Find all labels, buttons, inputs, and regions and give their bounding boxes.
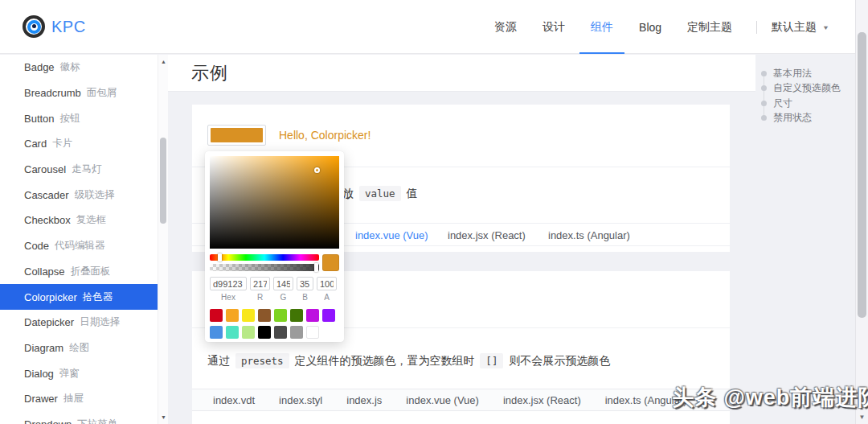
file-tab[interactable]: index.ts (Angular) <box>548 224 630 246</box>
file-tab[interactable]: index.vue (Vue) <box>355 224 428 246</box>
nav-item[interactable]: 组件 <box>591 0 613 54</box>
alpha-label: A <box>324 293 330 302</box>
toc-bullet-icon <box>761 101 767 106</box>
blue-label: B <box>302 293 308 302</box>
top-navbar: KPC 资源设计组件Blog定制主题 默认主题 ▼ <box>0 0 868 54</box>
component-sidebar: Badge徽标Breadcrumb面包屑Button按钮Card卡片Carous… <box>0 55 158 424</box>
sidebar-scrollbar-thumb[interactable] <box>160 138 166 224</box>
saturation-panel[interactable] <box>210 156 339 249</box>
hex-input[interactable] <box>210 277 247 290</box>
file-tab[interactable]: index.vue (Vue) <box>406 394 479 406</box>
inline-code: value <box>359 186 401 201</box>
color-preview <box>322 254 339 271</box>
toc-item[interactable]: 基本用法 <box>761 66 866 81</box>
scroll-down-icon[interactable]: ▼ <box>158 414 169 420</box>
file-tab[interactable]: index.js <box>346 394 382 406</box>
preset-color-swatch[interactable] <box>274 309 287 322</box>
hello-text: Hello, Colorpicker! <box>279 129 371 142</box>
watermark: 头条 @web前端进阶 <box>672 383 868 412</box>
blue-input[interactable] <box>297 277 313 290</box>
sidebar-item-datepicker[interactable]: Datepicker日期选择 <box>0 310 158 335</box>
sidebar-item-colorpicker[interactable]: Colorpicker拾色器 <box>0 284 158 310</box>
preset-color-swatch[interactable] <box>306 309 319 322</box>
page-scrollbar-thumb[interactable] <box>858 32 866 318</box>
toc-bullet-icon <box>761 115 767 121</box>
hue-slider-handle[interactable] <box>218 253 222 261</box>
toc-bullet-icon <box>761 71 767 76</box>
toc-item[interactable]: 自定义预选颜色 <box>761 81 866 97</box>
swatch-fill <box>211 128 263 142</box>
preset-color-swatch[interactable] <box>322 309 335 322</box>
toc-bullet-icon <box>761 85 767 91</box>
preset-row-2 <box>210 326 339 339</box>
scroll-down-icon[interactable]: ▼ <box>856 414 868 421</box>
preset-color-swatch[interactable] <box>290 309 303 322</box>
inline-code: [] <box>480 353 503 368</box>
sidebar-item-badge[interactable]: Badge徽标 <box>0 55 158 80</box>
section-header: 示例 <box>168 55 755 92</box>
alpha-slider-handle[interactable] <box>314 263 318 272</box>
example1-desc: 放 value 值 <box>342 187 417 201</box>
example2-tabs: index.vdtindex.stylindex.jsindex.vue (Vu… <box>192 389 730 411</box>
hex-label: Hex <box>221 293 235 302</box>
sidebar-scrollbar[interactable]: ▲ ▼ <box>158 55 168 424</box>
green-input[interactable] <box>273 277 293 290</box>
preset-color-swatch[interactable] <box>306 326 319 339</box>
file-tab[interactable]: index.jsx (React) <box>503 394 581 406</box>
toc-item[interactable]: 禁用状态 <box>761 111 866 126</box>
nav-item[interactable]: 设计 <box>542 0 565 54</box>
sidebar-item-carousel[interactable]: Carousel走马灯 <box>0 157 158 183</box>
inline-code: presets <box>235 353 289 368</box>
chevron-down-icon: ▼ <box>822 23 829 31</box>
alpha-input[interactable] <box>317 277 337 290</box>
kpc-logo-icon <box>23 15 45 38</box>
nav-item[interactable]: 定制主题 <box>687 0 732 54</box>
preset-color-swatch[interactable] <box>226 309 239 322</box>
sidebar-item-card[interactable]: Card卡片 <box>0 131 158 157</box>
page-scrollbar[interactable]: ▼ <box>855 0 868 424</box>
sidebar-item-cascader[interactable]: Cascader级联选择 <box>0 182 158 208</box>
sidebar-item-code[interactable]: Code代码编辑器 <box>0 233 158 259</box>
sidebar-item-dropdown[interactable]: Dropdown下拉菜单 <box>0 412 158 424</box>
sidebar-item-diagram[interactable]: Diagram绘图 <box>0 335 158 361</box>
nav-menu: 资源设计组件Blog定制主题 <box>481 0 745 54</box>
sidebar-menu: Badge徽标Breadcrumb面包屑Button按钮Card卡片Carous… <box>0 55 158 424</box>
sidebar-item-dialog[interactable]: Dialog弹窗 <box>0 360 158 386</box>
preset-color-swatch[interactable] <box>210 326 223 339</box>
colorpicker-trigger[interactable] <box>207 125 266 146</box>
logo-text: KPC <box>51 18 86 36</box>
preset-row-1 <box>210 309 339 322</box>
sidebar-item-button[interactable]: Button按钮 <box>0 105 158 131</box>
example2-desc: 通过 presets 定义组件的预选颜色，置为空数组时 [] 则不会展示预选颜色 <box>207 354 610 368</box>
nav-item[interactable]: 资源 <box>494 0 517 54</box>
red-input[interactable] <box>250 277 270 290</box>
nav-item[interactable]: Blog <box>639 0 661 54</box>
sidebar-item-breadcrumb[interactable]: Breadcrumb面包屑 <box>0 80 158 106</box>
hue-slider[interactable] <box>210 254 319 261</box>
sidebar-item-checkbox[interactable]: Checkbox复选框 <box>0 208 158 233</box>
preset-color-swatch[interactable] <box>210 309 223 322</box>
file-tab[interactable]: index.styl <box>279 394 322 406</box>
toc: 基本用法自定义预选颜色尺寸禁用状态 <box>761 66 866 126</box>
preset-color-swatch[interactable] <box>242 309 255 322</box>
preset-color-swatch[interactable] <box>226 326 239 339</box>
toc-item[interactable]: 尺寸 <box>761 96 866 111</box>
sidebar-item-drawer[interactable]: Drawer抽屉 <box>0 386 158 412</box>
kpc-logo[interactable]: KPC <box>23 15 86 38</box>
preset-color-swatch[interactable] <box>258 309 271 322</box>
preset-color-swatch[interactable] <box>258 326 271 339</box>
file-tab[interactable]: index.vdt <box>213 394 255 406</box>
alpha-slider[interactable] <box>210 264 319 271</box>
saturation-cursor[interactable] <box>314 167 320 173</box>
nav-divider <box>756 21 757 34</box>
sidebar-item-collapse[interactable]: Collapse折叠面板 <box>0 259 158 285</box>
scroll-up-icon[interactable]: ▲ <box>158 59 169 64</box>
preset-color-swatch[interactable] <box>290 326 303 339</box>
preset-color-swatch[interactable] <box>242 326 255 339</box>
file-tab[interactable]: index.jsx (React) <box>448 224 526 246</box>
theme-dropdown[interactable]: 默认主题 ▼ <box>772 20 829 35</box>
preset-color-swatch[interactable] <box>274 326 287 339</box>
toc-list: 基本用法自定义预选颜色尺寸禁用状态 <box>761 66 866 126</box>
green-label: G <box>280 293 287 302</box>
colorpicker-popup: Hex R G B A <box>205 151 344 342</box>
